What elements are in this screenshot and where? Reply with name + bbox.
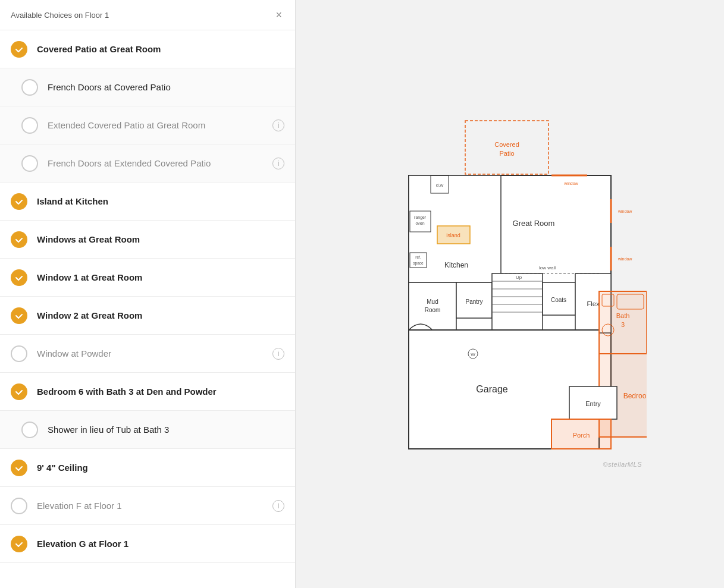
choice-item-french-doors-extended[interactable]: French Doors at Extended Covered Patioi bbox=[0, 144, 295, 183]
svg-text:Entry: Entry bbox=[585, 400, 601, 407]
floorplan-container: Covered Patio Great Room Kitchen island … bbox=[373, 116, 647, 473]
svg-text:Coats: Coats bbox=[551, 297, 566, 303]
choice-item-shower-tub[interactable]: Shower in lieu of Tub at Bath 3 bbox=[0, 411, 295, 449]
checked-icon bbox=[11, 41, 27, 58]
svg-rect-21 bbox=[409, 282, 456, 330]
choice-label-elevation-g: Elevation G at Floor 1 bbox=[37, 539, 284, 549]
choice-label-island-kitchen: Island at Kitchen bbox=[37, 196, 284, 206]
choice-label-bedroom6-bath3: Bedroom 6 with Bath 3 at Den and Powder bbox=[37, 386, 284, 397]
svg-text:low wall: low wall bbox=[539, 265, 556, 271]
choice-item-island-kitchen[interactable]: Island at Kitchen bbox=[0, 183, 295, 221]
choice-item-extended-covered-patio[interactable]: Extended Covered Patio at Great Roomi bbox=[0, 106, 295, 144]
choice-label-window-powder: Window at Powder bbox=[37, 348, 268, 359]
choice-label-french-doors-covered: French Doors at Covered Patio bbox=[48, 82, 284, 92]
unchecked-icon bbox=[21, 79, 38, 96]
choice-item-french-doors-covered[interactable]: French Doors at Covered Patio bbox=[0, 68, 295, 106]
info-icon-window-powder[interactable]: i bbox=[272, 348, 284, 360]
choice-item-ceiling[interactable]: 9' 4" Ceiling bbox=[0, 449, 295, 487]
svg-text:space: space bbox=[413, 261, 424, 266]
watermark: ©stellarMLS bbox=[603, 461, 642, 468]
choice-label-shower-tub: Shower in lieu of Tub at Bath 3 bbox=[48, 425, 284, 435]
info-icon-french-doors-extended[interactable]: i bbox=[272, 158, 284, 169]
choice-item-window1-great-room[interactable]: Window 1 at Great Room bbox=[0, 259, 295, 297]
svg-text:Pantry: Pantry bbox=[466, 298, 483, 305]
svg-text:range/: range/ bbox=[414, 215, 426, 220]
choice-label-window2-great-room: Window 2 at Great Room bbox=[37, 310, 284, 320]
info-icon-elevation-f[interactable]: i bbox=[272, 500, 284, 512]
unchecked-icon bbox=[11, 498, 27, 514]
svg-text:W: W bbox=[471, 352, 475, 357]
choice-item-windows-great-room[interactable]: Windows at Great Room bbox=[0, 221, 295, 259]
choice-item-window-powder[interactable]: Window at Powderi bbox=[0, 335, 295, 373]
svg-text:d.w: d.w bbox=[436, 183, 444, 188]
choices-list: Covered Patio at Great RoomFrench Doors … bbox=[0, 30, 295, 563]
svg-text:window: window bbox=[618, 209, 632, 213]
info-icon-extended-covered-patio[interactable]: i bbox=[272, 120, 284, 131]
choice-label-covered-patio: Covered Patio at Great Room bbox=[37, 44, 284, 54]
choice-item-covered-patio[interactable]: Covered Patio at Great Room bbox=[0, 30, 295, 68]
svg-text:3: 3 bbox=[621, 321, 625, 328]
choice-label-ceiling: 9' 4" Ceiling bbox=[37, 463, 284, 473]
panel-header: Available Choices on Floor 1 × bbox=[0, 0, 295, 30]
checked-icon bbox=[11, 231, 27, 248]
choice-label-french-doors-extended: French Doors at Extended Covered Patio bbox=[48, 158, 268, 168]
svg-rect-26 bbox=[492, 273, 543, 333]
choice-item-window2-great-room[interactable]: Window 2 at Great Room bbox=[0, 297, 295, 335]
svg-text:Great Room: Great Room bbox=[513, 219, 555, 228]
checked-icon bbox=[11, 269, 27, 286]
choice-label-windows-great-room: Windows at Great Room bbox=[37, 234, 284, 244]
svg-text:Covered: Covered bbox=[494, 141, 519, 148]
panel-title: Available Choices on Floor 1 bbox=[11, 11, 109, 20]
svg-text:Bath: Bath bbox=[616, 312, 630, 319]
checked-icon bbox=[11, 460, 27, 476]
choices-panel: Available Choices on Floor 1 × Covered P… bbox=[0, 0, 296, 588]
svg-text:Porch: Porch bbox=[573, 432, 590, 439]
svg-text:Up: Up bbox=[516, 275, 522, 280]
svg-text:Patio: Patio bbox=[499, 150, 514, 157]
choice-item-bedroom6-bath3[interactable]: Bedroom 6 with Bath 3 at Den and Powder bbox=[0, 373, 295, 411]
svg-text:window: window bbox=[563, 181, 578, 185]
checked-icon bbox=[11, 307, 27, 324]
svg-text:ref.: ref. bbox=[415, 255, 421, 259]
floorplan-svg: Covered Patio Great Room Kitchen island … bbox=[373, 116, 647, 473]
choice-label-window1-great-room: Window 1 at Great Room bbox=[37, 272, 284, 282]
unchecked-icon bbox=[21, 155, 38, 172]
checked-icon bbox=[11, 536, 27, 552]
unchecked-icon bbox=[21, 422, 38, 438]
svg-text:Room: Room bbox=[425, 307, 441, 313]
svg-text:window: window bbox=[618, 257, 632, 261]
checked-icon bbox=[11, 383, 27, 400]
choice-item-elevation-f[interactable]: Elevation F at Floor 1i bbox=[0, 487, 295, 525]
choice-label-elevation-f: Elevation F at Floor 1 bbox=[37, 501, 268, 511]
svg-text:Garage: Garage bbox=[476, 384, 507, 394]
floorplan-panel: Covered Patio Great Room Kitchen island … bbox=[296, 0, 724, 588]
unchecked-icon bbox=[21, 117, 38, 134]
svg-text:island: island bbox=[446, 232, 460, 238]
svg-text:Bedroom 6: Bedroom 6 bbox=[623, 392, 647, 400]
unchecked-icon bbox=[11, 345, 27, 362]
checked-icon bbox=[11, 193, 27, 210]
choice-label-extended-covered-patio: Extended Covered Patio at Great Room bbox=[48, 120, 268, 130]
svg-text:oven: oven bbox=[415, 221, 424, 225]
close-button[interactable]: × bbox=[273, 8, 284, 21]
svg-text:Flex: Flex bbox=[587, 300, 600, 307]
svg-text:Mud: Mud bbox=[427, 298, 438, 305]
svg-text:Kitchen: Kitchen bbox=[444, 261, 468, 269]
choice-item-elevation-g[interactable]: Elevation G at Floor 1 bbox=[0, 525, 295, 563]
